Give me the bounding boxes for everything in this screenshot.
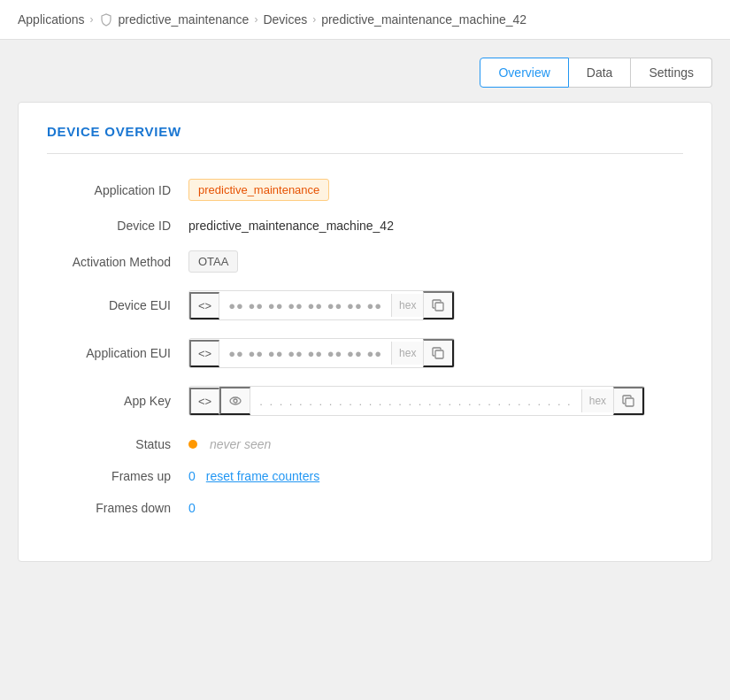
application-id-label: Application ID — [47, 183, 188, 197]
application-eui-copy-btn[interactable] — [423, 339, 454, 367]
breadcrumb-applications[interactable]: Applications — [18, 12, 85, 27]
activation-method-row: Activation Method OTAA — [47, 250, 683, 273]
device-eui-toggle-btn[interactable]: <> — [189, 292, 219, 319]
frames-down-label: Frames down — [47, 501, 188, 515]
status-text: never seen — [210, 437, 271, 451]
device-eui-masked: ●● ●● ●● ●● ●● ●● ●● ●● — [219, 294, 391, 318]
card-title: DEVICE OVERVIEW — [47, 124, 683, 154]
app-key-label: App Key — [47, 394, 188, 408]
svg-rect-4 — [626, 398, 634, 406]
tab-bar: Overview Data Settings — [18, 58, 712, 88]
app-key-copy-btn[interactable] — [613, 387, 644, 415]
breadcrumb-sep-1: › — [90, 13, 94, 26]
breadcrumb-sep-3: › — [312, 13, 316, 26]
device-eui-copy-btn[interactable] — [423, 291, 454, 319]
application-id-row: Application ID predictive_maintenance — [47, 179, 683, 201]
device-eui-value: <> ●● ●● ●● ●● ●● ●● ●● ●● hex — [188, 290, 683, 320]
application-eui-label: Application EUI — [47, 346, 188, 360]
device-eui-hex-label: hex — [391, 294, 423, 317]
activation-method-value: OTAA — [188, 250, 683, 273]
application-eui-value: <> ●● ●● ●● ●● ●● ●● ●● ●● hex — [188, 338, 683, 368]
application-eui-container: <> ●● ●● ●● ●● ●● ●● ●● ●● hex — [188, 338, 455, 368]
breadcrumb-sep-2: › — [254, 13, 257, 26]
app-key-masked: . . . . . . . . . . . . . . . . . . . . … — [250, 389, 581, 413]
application-eui-row: Application EUI <> ●● ●● ●● ●● ●● ●● ●● … — [47, 338, 683, 368]
device-id-text: predictive_maintenance_machine_42 — [188, 219, 394, 233]
main-content: Overview Data Settings DEVICE OVERVIEW A… — [0, 40, 730, 580]
app-key-row: App Key <> . . . . . . . . . . . . . . .… — [47, 386, 683, 416]
app-key-container: <> . . . . . . . . . . . . . . . . . . .… — [188, 386, 645, 416]
activation-method-label: Activation Method — [47, 255, 188, 269]
device-overview-card: DEVICE OVERVIEW Application ID predictiv… — [18, 102, 712, 562]
svg-rect-0 — [435, 303, 443, 311]
frames-up-count: 0 — [188, 469, 196, 483]
breadcrumb-app-name[interactable]: predictive_maintenance — [119, 12, 250, 27]
frames-down-count: 0 — [188, 501, 196, 515]
app-key-eye-btn[interactable] — [219, 387, 250, 415]
device-id-value: predictive_maintenance_machine_42 — [188, 219, 683, 233]
svg-point-2 — [230, 397, 241, 404]
app-key-hex-label: hex — [581, 389, 613, 412]
frames-up-row: Frames up 0 reset frame counters — [47, 469, 683, 483]
application-eui-hex-label: hex — [391, 342, 423, 365]
frames-up-value: 0 reset frame counters — [188, 469, 683, 483]
device-eui-row: Device EUI <> ●● ●● ●● ●● ●● ●● ●● ●● he… — [47, 290, 683, 320]
status-dot — [188, 440, 197, 449]
app-key-value: <> . . . . . . . . . . . . . . . . . . .… — [188, 386, 683, 416]
status-label: Status — [47, 437, 188, 451]
status-row: Status never seen — [47, 437, 683, 451]
breadcrumb-devices[interactable]: Devices — [263, 12, 307, 27]
frames-down-row: Frames down 0 — [47, 501, 683, 515]
breadcrumb: Applications › predictive_maintenance › … — [0, 0, 730, 40]
app-icon — [99, 12, 113, 27]
frames-down-value: 0 — [188, 501, 683, 515]
tab-settings[interactable]: Settings — [631, 58, 712, 88]
svg-point-3 — [234, 399, 237, 403]
app-key-code-btn[interactable]: <> — [189, 388, 219, 415]
tab-overview[interactable]: Overview — [480, 58, 568, 88]
breadcrumb-device-name: predictive_maintenance_machine_42 — [321, 12, 526, 27]
status-value: never seen — [188, 437, 683, 451]
frames-up-label: Frames up — [47, 469, 188, 483]
device-eui-container: <> ●● ●● ●● ●● ●● ●● ●● ●● hex — [188, 290, 455, 320]
tab-data[interactable]: Data — [569, 58, 632, 88]
device-eui-label: Device EUI — [47, 298, 188, 312]
device-id-label: Device ID — [47, 219, 188, 233]
device-id-row: Device ID predictive_maintenance_machine… — [47, 219, 683, 233]
application-eui-toggle-btn[interactable]: <> — [189, 340, 219, 367]
activation-method-badge: OTAA — [188, 250, 238, 273]
application-id-badge[interactable]: predictive_maintenance — [188, 179, 329, 201]
svg-rect-1 — [435, 350, 443, 358]
application-eui-masked: ●● ●● ●● ●● ●● ●● ●● ●● — [219, 342, 391, 365]
reset-frame-counters-link[interactable]: reset frame counters — [206, 469, 319, 483]
application-id-value: predictive_maintenance — [188, 179, 683, 201]
